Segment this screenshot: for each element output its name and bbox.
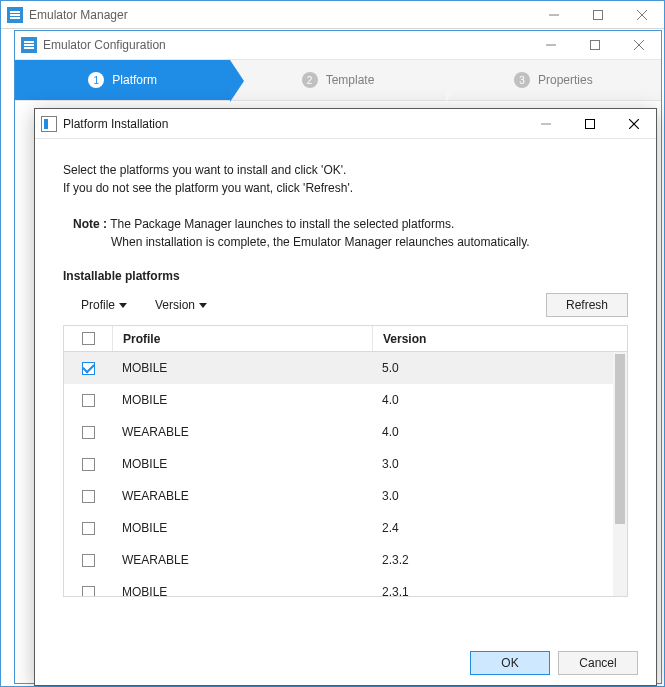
- cell-profile: MOBILE: [112, 521, 372, 535]
- minimize-button[interactable]: [524, 109, 568, 139]
- emulator-configuration-title: Emulator Configuration: [43, 38, 529, 52]
- cell-version: 2.3.2: [372, 553, 613, 567]
- cell-version: 5.0: [372, 361, 613, 375]
- table-row[interactable]: MOBILE3.0: [64, 448, 613, 480]
- note-line: The Package Manager launches to install …: [110, 217, 454, 231]
- row-checkbox[interactable]: [82, 394, 95, 407]
- note-line: When installation is complete, the Emula…: [73, 233, 628, 251]
- svg-rect-5: [591, 41, 600, 50]
- cancel-button[interactable]: Cancel: [558, 651, 638, 675]
- step-number: 2: [302, 72, 318, 88]
- ok-button[interactable]: OK: [470, 651, 550, 675]
- cell-version: 4.0: [372, 425, 613, 439]
- scrollbar[interactable]: [613, 352, 627, 596]
- note-label: Note :: [73, 217, 107, 231]
- wizard-step-template[interactable]: 2 Template: [230, 60, 445, 100]
- version-filter-dropdown[interactable]: Version: [155, 298, 207, 312]
- app-icon: [7, 7, 23, 23]
- minimize-button[interactable]: [532, 1, 576, 29]
- profile-filter-dropdown[interactable]: Profile: [81, 298, 127, 312]
- intro-line: If you do not see the platform you want,…: [63, 179, 628, 197]
- row-checkbox[interactable]: [82, 522, 95, 535]
- step-label: Template: [326, 73, 375, 87]
- step-label: Properties: [538, 73, 593, 87]
- chevron-down-icon: [119, 303, 127, 308]
- column-version[interactable]: Version: [372, 326, 627, 351]
- cell-profile: MOBILE: [112, 361, 372, 375]
- dialog-titlebar: Platform Installation: [35, 109, 656, 139]
- cell-version: 2.3.1: [372, 585, 613, 596]
- cell-version: 3.0: [372, 489, 613, 503]
- intro-line: Select the platforms you want to install…: [63, 161, 628, 179]
- cell-version: 4.0: [372, 393, 613, 407]
- scrollbar-thumb[interactable]: [615, 354, 625, 524]
- cell-profile: MOBILE: [112, 585, 372, 596]
- row-checkbox[interactable]: [82, 554, 95, 567]
- note-text: Note : The Package Manager launches to i…: [73, 215, 628, 251]
- table-row[interactable]: MOBILE2.4: [64, 512, 613, 544]
- cell-version: 3.0: [372, 457, 613, 471]
- table-header: Profile Version: [64, 326, 627, 352]
- emulator-configuration-titlebar: Emulator Configuration: [15, 31, 661, 59]
- refresh-button[interactable]: Refresh: [546, 293, 628, 317]
- table-row[interactable]: MOBILE4.0: [64, 384, 613, 416]
- svg-rect-1: [594, 10, 603, 19]
- row-checkbox[interactable]: [82, 362, 95, 375]
- dropdown-label: Profile: [81, 298, 115, 312]
- step-number: 3: [514, 72, 530, 88]
- dialog-footer: OK Cancel: [470, 651, 638, 675]
- row-checkbox[interactable]: [82, 458, 95, 471]
- cell-profile: MOBILE: [112, 393, 372, 407]
- emulator-manager-titlebar: Emulator Manager: [1, 1, 664, 29]
- intro-text: Select the platforms you want to install…: [63, 161, 628, 197]
- table-row[interactable]: MOBILE5.0: [64, 352, 613, 384]
- table-row[interactable]: WEARABLE2.3.2: [64, 544, 613, 576]
- wizard-step-properties[interactable]: 3 Properties: [446, 60, 661, 100]
- minimize-button[interactable]: [529, 31, 573, 59]
- table-body: MOBILE5.0MOBILE4.0WEARABLE4.0MOBILE3.0WE…: [64, 352, 613, 596]
- cell-profile: WEARABLE: [112, 489, 372, 503]
- wizard-step-platform[interactable]: 1 Platform: [15, 60, 230, 100]
- dropdown-label: Version: [155, 298, 195, 312]
- row-checkbox[interactable]: [82, 426, 95, 439]
- filter-bar: Profile Version Refresh: [81, 293, 628, 317]
- close-button[interactable]: [617, 31, 661, 59]
- column-profile[interactable]: Profile: [112, 326, 372, 351]
- platforms-table: Profile Version MOBILE5.0MOBILE4.0WEARAB…: [63, 325, 628, 597]
- close-button[interactable]: [612, 109, 656, 139]
- wizard-steps: 1 Platform 2 Template 3 Properties: [15, 59, 661, 101]
- close-button[interactable]: [620, 1, 664, 29]
- svg-rect-9: [586, 119, 595, 128]
- section-label: Installable platforms: [63, 269, 628, 283]
- maximize-button[interactable]: [568, 109, 612, 139]
- platform-installation-dialog: Platform Installation Select the platfor…: [34, 108, 657, 686]
- row-checkbox[interactable]: [82, 586, 95, 597]
- step-label: Platform: [112, 73, 157, 87]
- row-checkbox[interactable]: [82, 490, 95, 503]
- maximize-button[interactable]: [573, 31, 617, 59]
- cell-profile: WEARABLE: [112, 553, 372, 567]
- select-all-checkbox[interactable]: [82, 332, 95, 345]
- table-row[interactable]: WEARABLE3.0: [64, 480, 613, 512]
- table-row[interactable]: MOBILE2.3.1: [64, 576, 613, 596]
- table-row[interactable]: WEARABLE4.0: [64, 416, 613, 448]
- dialog-icon: [41, 116, 57, 132]
- emulator-manager-title: Emulator Manager: [29, 8, 532, 22]
- dialog-title: Platform Installation: [63, 117, 524, 131]
- app-icon: [21, 37, 37, 53]
- chevron-down-icon: [199, 303, 207, 308]
- cell-profile: MOBILE: [112, 457, 372, 471]
- maximize-button[interactable]: [576, 1, 620, 29]
- cell-version: 2.4: [372, 521, 613, 535]
- cell-profile: WEARABLE: [112, 425, 372, 439]
- step-number: 1: [88, 72, 104, 88]
